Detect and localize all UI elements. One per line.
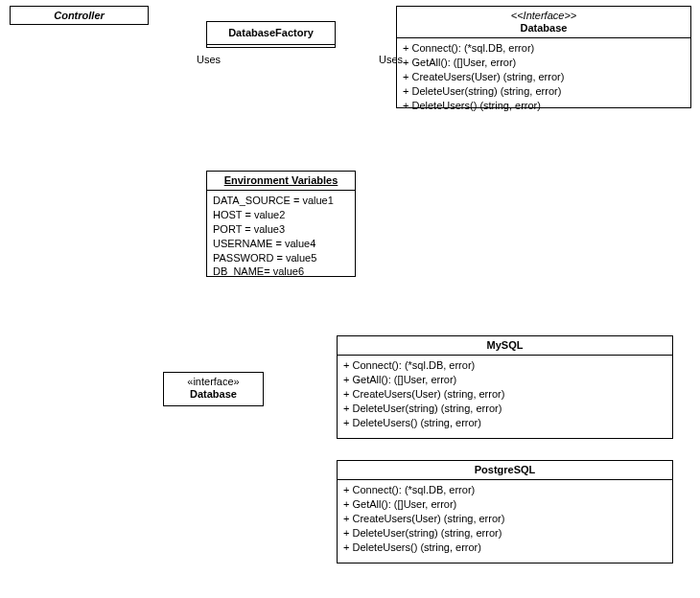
attribute-list: DATA_SOURCE = value1 HOST = value2 PORT … [207, 191, 355, 287]
method: + GetAll(): ([]User, error) [403, 56, 685, 70]
attribute: PASSWORD = value5 [213, 251, 349, 265]
attribute: DATA_SOURCE = value1 [213, 194, 349, 208]
class-title: PostgreSQL [338, 461, 672, 480]
class-title: DatabaseFactory [207, 22, 335, 45]
class-title: Environment Variables [207, 172, 355, 191]
attribute: USERNAME = value4 [213, 237, 349, 251]
interface-database-small: «interface» Database [163, 372, 264, 406]
class-database-factory: DatabaseFactory [206, 21, 336, 48]
method: + DeleteUsers() (string, error) [403, 99, 685, 113]
stereotype-label: <<Interface>> [401, 10, 687, 22]
method: + Connect(): (*sql.DB, error) [343, 358, 666, 373]
class-title: MySQL [338, 336, 672, 356]
association-label-uses: Uses [197, 54, 221, 65]
attribute: HOST = value2 [213, 208, 349, 222]
method: + DeleteUser(string) (string, error) [343, 526, 666, 540]
attribute: DB_NAME= value6 [213, 264, 349, 279]
method-list: + Connect(): (*sql.DB, error) + GetAll()… [338, 480, 672, 562]
method: + DeleteUsers() (string, error) [343, 540, 666, 555]
class-title: Controller [11, 7, 148, 25]
method: + CreateUsers(User) (string, error) [403, 70, 685, 84]
method: + DeleteUsers() (string, error) [343, 416, 666, 430]
class-mysql: MySQL + Connect(): (*sql.DB, error) + Ge… [337, 335, 673, 439]
method: + CreateUsers(User) (string, error) [343, 387, 666, 402]
method-list: + Connect(): (*sql.DB, error) + GetAll()… [338, 356, 672, 437]
class-name: Environment Variables [224, 174, 338, 186]
method: + Connect(): (*sql.DB, error) [343, 483, 666, 497]
method: + GetAll(): ([]User, error) [343, 497, 666, 512]
method-list: + Connect(): (*sql.DB, error) + GetAll()… [397, 38, 690, 120]
class-name: Database [521, 22, 568, 34]
stereotype-label: «interface» [167, 376, 260, 388]
class-controller: Controller [10, 6, 149, 25]
method: + CreateUsers(User) (string, error) [343, 512, 666, 526]
class-title: <<Interface>> Database [397, 7, 690, 38]
method: + DeleteUser(string) (string, error) [343, 402, 666, 416]
class-name: Database [190, 388, 237, 400]
method: + DeleteUser(string) (string, error) [403, 84, 685, 99]
class-environment-variables: Environment Variables DATA_SOURCE = valu… [206, 171, 356, 277]
class-postgresql: PostgreSQL + Connect(): (*sql.DB, error)… [337, 460, 673, 564]
method: + GetAll(): ([]User, error) [343, 373, 666, 387]
association-label-uses: Uses [379, 54, 403, 65]
attribute: PORT = value3 [213, 222, 349, 237]
class-title: «interface» Database [164, 373, 263, 403]
method: + Connect(): (*sql.DB, error) [403, 41, 685, 56]
interface-database: <<Interface>> Database + Connect(): (*sq… [396, 6, 691, 108]
